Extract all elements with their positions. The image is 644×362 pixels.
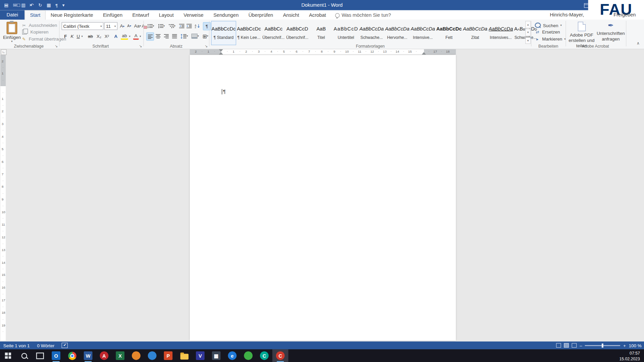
page-indicator[interactable]: Seite 1 von 1 xyxy=(3,343,30,348)
right-indent-marker[interactable] xyxy=(422,52,426,55)
bold-button[interactable]: F xyxy=(62,33,68,40)
select-button[interactable]: ▸ Markieren ▾ xyxy=(535,37,566,42)
show-formatting-marks-button[interactable]: ¶ xyxy=(203,22,211,30)
first-line-indent-marker[interactable] xyxy=(219,49,223,52)
style-untertitel[interactable]: AaBbCcD Untertitel xyxy=(333,21,359,45)
tab-sendungen[interactable]: Sendungen xyxy=(208,11,244,20)
font-dialog-launcher-icon[interactable]: ↘ xyxy=(139,44,142,48)
tab-einfuegen[interactable]: Einfügen xyxy=(98,11,127,20)
paste-button[interactable]: Einfügen ▾ xyxy=(2,21,21,46)
cut-button[interactable]: ✂ Ausschneiden xyxy=(21,22,57,27)
taskbar-app-powerpoint[interactable]: P xyxy=(160,349,176,362)
decrease-indent-button[interactable] xyxy=(178,22,185,29)
style-schwache-hervorhebung[interactable]: AaBbCcDa Schwache... xyxy=(359,21,384,45)
taskbar-app-chrome[interactable] xyxy=(64,349,80,362)
table-icon[interactable]: ▦ xyxy=(47,2,51,8)
tell-me-box[interactable]: Was möchten Sie tun? xyxy=(331,11,395,20)
share-button[interactable]: Freigeben xyxy=(613,10,636,20)
redo-icon[interactable]: ↻ xyxy=(38,2,42,8)
v-ruler[interactable]: 2112345678910111213141516171819·········… xyxy=(0,55,6,341)
customize-qat-icon[interactable]: ▾ xyxy=(62,2,65,8)
tab-datei[interactable]: Datei xyxy=(0,10,24,20)
align-left-button[interactable] xyxy=(146,33,154,41)
increase-indent-button[interactable] xyxy=(185,22,193,29)
taskbar-app-excel[interactable]: X xyxy=(112,349,128,362)
numbered-list-button[interactable]: ▾ xyxy=(157,22,166,29)
print-icon[interactable]: ▥ xyxy=(21,2,25,8)
collapse-ribbon-icon[interactable]: ∧ xyxy=(637,41,640,45)
undo-icon[interactable]: ↶ xyxy=(30,2,34,8)
tab-ansicht[interactable]: Ansicht xyxy=(278,11,304,20)
strikethrough-button[interactable]: ab xyxy=(86,33,94,40)
taskbar-search-button[interactable] xyxy=(16,349,32,362)
font-size-select[interactable]: 11 ▾ xyxy=(104,22,117,30)
line-spacing-button[interactable]: ▾ xyxy=(180,33,189,40)
save-icon[interactable]: ▤ xyxy=(4,2,8,8)
style-ueberschrift-1[interactable]: AaBbCc Überschrif... xyxy=(262,21,285,45)
taskbar-app-v[interactable]: V xyxy=(192,349,208,362)
style-kein-leerraum[interactable]: AaBbCcDc ¶ Kein Lee... xyxy=(236,21,261,45)
highlight-dropdown-icon[interactable]: ▾ xyxy=(129,35,130,38)
justify-button[interactable] xyxy=(171,33,178,40)
multilevel-list-button[interactable]: ▾ xyxy=(168,22,177,29)
word-count[interactable]: 0 Wörter xyxy=(37,343,54,348)
replace-button[interactable]: ⇄ Ersetzen xyxy=(535,29,560,35)
style-ueberschrift-2[interactable]: AaBbCcD Überschrif... xyxy=(285,21,309,45)
taskbar-app-edge[interactable]: e xyxy=(224,349,240,362)
clipboard-dialog-launcher-icon[interactable]: ↘ xyxy=(55,44,58,48)
bullet-list-button[interactable]: ▾ xyxy=(146,22,155,29)
tab-stop-selector[interactable]: ∟ xyxy=(1,49,6,55)
taskbar-start-button[interactable] xyxy=(0,349,16,362)
read-mode-icon[interactable] xyxy=(556,343,561,348)
gallery-scroll-down-icon[interactable]: ▾ xyxy=(525,29,531,36)
taskbar-app-globe[interactable] xyxy=(144,349,160,362)
gallery-scroll-up-icon[interactable]: ▴ xyxy=(525,21,531,28)
tab-neue-registerkarte[interactable]: Neue Registerkarte xyxy=(46,11,98,20)
italic-button[interactable]: K xyxy=(69,33,75,40)
taskbar-app-camtasia-recorder[interactable]: C xyxy=(272,349,288,362)
align-center-button[interactable] xyxy=(154,33,161,40)
underline-dropdown-icon[interactable]: ▾ xyxy=(81,35,83,38)
mail-icon[interactable]: ✉ xyxy=(13,2,16,8)
taskbar-app-outlook[interactable]: O xyxy=(48,349,64,362)
style-intensives-zitat[interactable]: AaBbCcDa Intensives... xyxy=(488,21,513,45)
copy-button[interactable]: Kopieren xyxy=(21,29,49,35)
tab-entwurf[interactable]: Entwurf xyxy=(127,11,154,20)
zoom-slider-thumb[interactable] xyxy=(602,343,603,347)
text-effects-button[interactable]: A xyxy=(113,33,119,40)
paragraph-dialog-launcher-icon[interactable]: ↘ xyxy=(205,44,208,48)
style-fett[interactable]: AaBbCcDc Fett xyxy=(436,21,462,45)
style-titel[interactable]: AaB Titel xyxy=(310,21,333,45)
style-hervorhebung[interactable]: AaBbCcDa Hervorhe... xyxy=(385,21,410,45)
taskbar-app-camtasia[interactable]: C xyxy=(256,349,272,362)
paste-dropdown-icon[interactable]: ▾ xyxy=(2,40,21,43)
h-ruler[interactable]: 211234567891011121314151718·············… xyxy=(190,49,456,55)
tab-acrobat[interactable]: Acrobat xyxy=(304,11,331,20)
request-signatures-button[interactable]: ✒ Unterschriften anfragen xyxy=(596,22,625,42)
style-zitat[interactable]: AaBbCcDa Zitat xyxy=(463,21,488,45)
underline-button[interactable]: U xyxy=(75,33,81,40)
taskbar-clock[interactable]: 07:57 15.02.2023 xyxy=(619,349,644,362)
subscript-button[interactable]: X₂ xyxy=(95,33,103,40)
taskbar-app-word[interactable]: W xyxy=(80,349,96,362)
zoom-level[interactable]: 100 % xyxy=(629,343,641,348)
proofing-status-icon[interactable]: ✔ xyxy=(62,343,68,348)
superscript-button[interactable]: X² xyxy=(103,33,110,40)
text-highlight-button[interactable]: ab xyxy=(121,33,128,40)
font-family-select[interactable]: Calibri (Textk ▾ xyxy=(62,22,104,30)
tab-layout[interactable]: Layout xyxy=(154,11,179,20)
tab-start[interactable]: Start xyxy=(24,10,46,20)
style-intensive-hervorhebung[interactable]: AaBbCcDa Intensive... xyxy=(410,21,435,45)
taskbar-app-calculator[interactable]: ▦ xyxy=(208,349,224,362)
taskbar-app-acrobat[interactable]: A xyxy=(96,349,112,362)
font-color-button[interactable]: A xyxy=(133,33,139,40)
taskbar-taskview-button[interactable] xyxy=(32,349,48,362)
web-layout-icon[interactable] xyxy=(572,343,577,348)
sort-button[interactable]: AZ xyxy=(194,22,202,29)
taskbar-app-explorer[interactable] xyxy=(176,349,192,362)
align-right-button[interactable] xyxy=(163,33,170,40)
taskbar-app-green[interactable] xyxy=(240,349,256,362)
signed-in-user[interactable]: Hinrichs-Mayer, xyxy=(550,10,584,20)
gallery-more-icon[interactable]: ▾ xyxy=(525,37,531,44)
grow-font-button[interactable]: A▴ xyxy=(119,22,126,29)
